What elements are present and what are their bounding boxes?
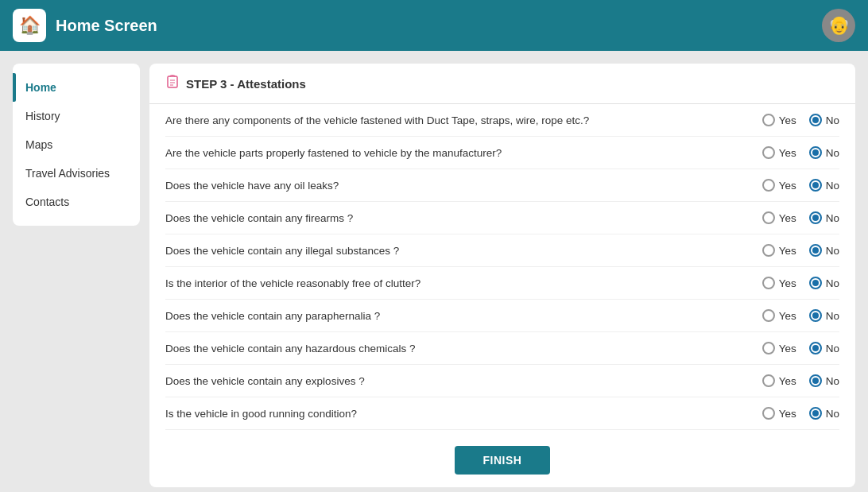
no-label: No (826, 180, 839, 192)
question-row: Is the vehicle in good running condition… (165, 397, 839, 430)
question-row: Does the vehicle have any oil leaks? Yes… (165, 169, 839, 202)
no-label: No (826, 245, 839, 257)
radio-group: Yes No (762, 179, 839, 192)
radio-group: Yes No (762, 114, 839, 126)
question-row: Is the interior of the vehicle reasonabl… (165, 267, 839, 300)
question-text: Is the vehicle in good running condition… (165, 408, 762, 420)
sidebar-item-history[interactable]: History (13, 102, 140, 130)
finish-area: FINISH (149, 433, 855, 487)
yes-label: Yes (779, 343, 796, 354)
step-icon (165, 75, 180, 92)
yes-radio[interactable] (762, 407, 775, 420)
question-row: Does the vehicle contain any hazardous c… (165, 332, 839, 365)
no-label: No (826, 147, 839, 159)
question-text: Are the vehicle parts properly fastened … (165, 147, 762, 159)
yes-option[interactable]: Yes (762, 277, 796, 289)
sidebar: Home History Maps Travel Advisories Cont… (13, 64, 140, 226)
header-left: 🏠 Home Screen (13, 9, 157, 42)
yes-radio[interactable] (762, 374, 775, 387)
yes-label: Yes (779, 310, 796, 322)
yes-label: Yes (779, 212, 796, 224)
no-radio[interactable] (809, 374, 822, 387)
no-label: No (826, 114, 839, 126)
no-option[interactable]: No (809, 407, 839, 420)
question-text: Does the vehicle have any oil leaks? (165, 180, 762, 192)
no-radio[interactable] (809, 179, 822, 192)
yes-label: Yes (779, 408, 796, 420)
yes-radio[interactable] (762, 114, 775, 126)
sidebar-item-maps[interactable]: Maps (13, 130, 140, 159)
main-layout: Home History Maps Travel Advisories Cont… (0, 51, 868, 492)
step-title: STEP 3 - Attestations (186, 77, 306, 91)
radio-group: Yes No (762, 146, 839, 159)
question-text: Does the vehicle contain any explosives … (165, 375, 762, 387)
no-radio[interactable] (809, 407, 822, 420)
yes-option[interactable]: Yes (762, 146, 796, 159)
no-option[interactable]: No (809, 309, 839, 322)
no-radio[interactable] (809, 211, 822, 224)
no-option[interactable]: No (809, 211, 839, 224)
yes-label: Yes (779, 375, 796, 387)
yes-option[interactable]: Yes (762, 374, 796, 387)
header-title: Home Screen (56, 17, 157, 35)
question-row: Does the vehicle contain any paraphernal… (165, 300, 839, 332)
radio-group: Yes No (762, 374, 839, 387)
no-label: No (826, 343, 839, 354)
question-row: Does the vehicle contain any explosives … (165, 365, 839, 397)
no-label: No (826, 212, 839, 224)
question-row: Are the vehicle parts properly fastened … (165, 137, 839, 169)
no-label: No (826, 408, 839, 420)
yes-label: Yes (779, 147, 796, 159)
question-text: Is the interior of the vehicle reasonabl… (165, 277, 762, 289)
sidebar-item-contacts[interactable]: Contacts (13, 188, 140, 216)
yes-radio[interactable] (762, 309, 775, 322)
question-row: Does the vehicle contain any firearms ? … (165, 202, 839, 234)
yes-radio[interactable] (762, 342, 775, 354)
yes-option[interactable]: Yes (762, 342, 796, 354)
radio-group: Yes No (762, 342, 839, 354)
no-radio[interactable] (809, 244, 822, 257)
no-option[interactable]: No (809, 277, 839, 289)
step-header: STEP 3 - Attestations (149, 64, 855, 104)
question-text: Does the vehicle contain any illegal sub… (165, 245, 762, 257)
no-radio[interactable] (809, 146, 822, 159)
yes-radio[interactable] (762, 277, 775, 289)
no-radio[interactable] (809, 114, 822, 126)
yes-option[interactable]: Yes (762, 179, 796, 192)
no-radio[interactable] (809, 342, 822, 354)
finish-button[interactable]: FINISH (455, 446, 551, 475)
no-option[interactable]: No (809, 179, 839, 192)
question-text: Does the vehicle contain any firearms ? (165, 212, 762, 224)
radio-group: Yes No (762, 407, 839, 420)
no-option[interactable]: No (809, 374, 839, 387)
yes-radio[interactable] (762, 244, 775, 257)
yes-radio[interactable] (762, 179, 775, 192)
app-icon: 🏠 (13, 9, 46, 42)
no-label: No (826, 375, 839, 387)
no-option[interactable]: No (809, 114, 839, 126)
radio-group: Yes No (762, 309, 839, 322)
radio-group: Yes No (762, 244, 839, 257)
no-radio[interactable] (809, 277, 822, 289)
question-text: Does the vehicle contain any paraphernal… (165, 310, 762, 322)
no-option[interactable]: No (809, 244, 839, 257)
no-label: No (826, 277, 839, 289)
no-option[interactable]: No (809, 342, 839, 354)
app-header: 🏠 Home Screen 👴 (0, 0, 868, 51)
yes-label: Yes (779, 180, 796, 192)
avatar[interactable]: 👴 (822, 9, 855, 42)
yes-option[interactable]: Yes (762, 309, 796, 322)
no-option[interactable]: No (809, 146, 839, 159)
yes-option[interactable]: Yes (762, 114, 796, 126)
yes-radio[interactable] (762, 146, 775, 159)
question-text: Are there any components of the vehicle … (165, 114, 762, 126)
yes-option[interactable]: Yes (762, 407, 796, 420)
questions-list: Are there any components of the vehicle … (149, 104, 855, 430)
yes-option[interactable]: Yes (762, 211, 796, 224)
no-radio[interactable] (809, 309, 822, 322)
yes-option[interactable]: Yes (762, 244, 796, 257)
sidebar-item-travel-advisories[interactable]: Travel Advisories (13, 159, 140, 188)
sidebar-item-home[interactable]: Home (13, 73, 140, 102)
yes-radio[interactable] (762, 211, 775, 224)
question-text: Does the vehicle contain any hazardous c… (165, 343, 762, 354)
